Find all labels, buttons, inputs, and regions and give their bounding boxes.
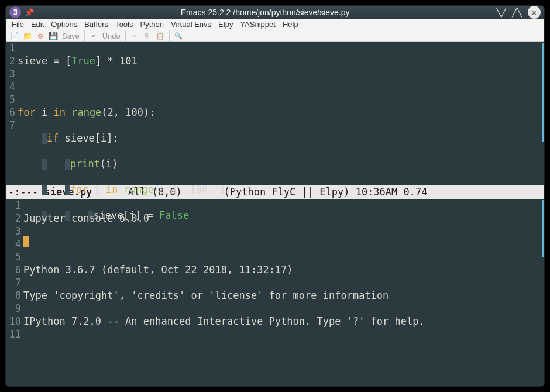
close-icon[interactable]: ✕ [528, 6, 541, 19]
menu-file[interactable]: File [9, 19, 26, 30]
line-number: 3 [6, 225, 21, 238]
save-icon[interactable]: 💾 [48, 30, 59, 41]
menu-options[interactable]: Options [49, 19, 80, 30]
kill-buffer-icon[interactable]: ⦸ [35, 30, 46, 41]
code-pane[interactable]: 1 2 3 4 5 6 7 sieve = [True] * 101 for i… [6, 42, 544, 185]
open-folder-icon[interactable]: 📁 [22, 30, 33, 41]
menu-elpy[interactable]: Elpy [216, 19, 235, 30]
menubar: File Edit Options Buffers Tools Python V… [6, 19, 544, 30]
line-number: 2 [6, 54, 15, 67]
code-content[interactable]: sieve = [True] * 101 for i in range(2, 1… [16, 42, 544, 185]
maximize-icon[interactable]: ╱╲ [512, 8, 522, 17]
line-number: 9 [6, 302, 21, 315]
cut-icon[interactable]: ✂ [129, 30, 140, 41]
minimize-icon[interactable]: ╲╱ [496, 8, 506, 17]
separator [169, 30, 170, 41]
repl-content[interactable]: Jupyter console 6.0.0 Python 3.6.7 (defa… [22, 199, 544, 386]
paste-icon[interactable]: 📋 [155, 30, 166, 41]
menu-buffers[interactable]: Buffers [82, 19, 111, 30]
line-gutter: 1 2 3 4 5 6 7 8 9 10 11 [6, 199, 22, 386]
line-number: 3 [6, 67, 15, 80]
separator [125, 30, 126, 41]
line-number: 11 [6, 328, 21, 341]
undo-label: Undo [101, 32, 122, 40]
line-number: 1 [6, 42, 15, 54]
separator [84, 30, 85, 41]
new-file-icon[interactable]: 📄 [9, 30, 20, 41]
line-number: 8 [6, 289, 21, 302]
undo-icon[interactable]: ↶ [88, 30, 99, 41]
line-number: 7 [6, 119, 15, 132]
line-number: 6 [6, 263, 21, 276]
line-number: 4 [6, 80, 15, 93]
line-number: 4 [6, 238, 21, 250]
line-gutter: 1 2 3 4 5 6 7 [6, 42, 16, 185]
menu-virtual-envs[interactable]: Virtual Envs [169, 19, 214, 30]
save-label: Save [61, 32, 81, 40]
menu-yasnippet[interactable]: YASnippet [238, 19, 277, 30]
pin-icon[interactable]: 📌 [25, 8, 34, 17]
line-number: 6 [6, 106, 15, 119]
toolbar: 📄 📁 ⦸ 💾 Save ↶ Undo ✂ ⎘ 📋 🔍 [6, 30, 544, 42]
line-number: 2 [6, 212, 21, 225]
scroll-indicator[interactable] [542, 200, 544, 257]
titlebar: Ǝ 📌 Emacs 25.2.2 /home/jon/python/sieve/… [6, 6, 544, 19]
menu-python[interactable]: Python [138, 19, 166, 30]
emacs-window: Ǝ 📌 Emacs 25.2.2 /home/jon/python/sieve/… [6, 6, 544, 386]
line-number: 5 [6, 93, 15, 106]
menu-help[interactable]: Help [280, 19, 301, 30]
line-number: 5 [6, 250, 21, 263]
search-icon[interactable]: 🔍 [173, 30, 184, 41]
menu-tools[interactable]: Tools [113, 19, 135, 30]
copy-icon[interactable]: ⎘ [142, 30, 153, 41]
window-title: Emacs 25.2.2 /home/jon/python/sieve/siev… [34, 8, 496, 17]
repl-pane[interactable]: 1 2 3 4 5 6 7 8 9 10 11 Jupyter console … [6, 199, 544, 386]
line-number: 7 [6, 276, 21, 289]
line-number: 10 [6, 315, 21, 328]
emacs-icon: Ǝ [9, 6, 21, 18]
editor-area: 1 2 3 4 5 6 7 sieve = [True] * 101 for i… [6, 42, 544, 386]
menu-edit[interactable]: Edit [29, 19, 46, 30]
line-number [6, 132, 15, 145]
scroll-indicator[interactable] [542, 43, 544, 142]
line-number: 1 [6, 199, 21, 212]
